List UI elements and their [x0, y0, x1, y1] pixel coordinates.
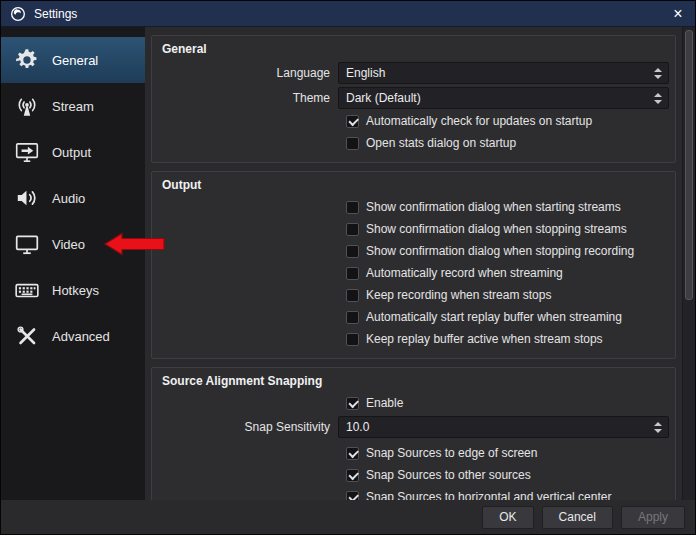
- sidebar-item-stream[interactable]: Stream: [1, 83, 145, 129]
- checkbox-row-confirm-stop-stream[interactable]: Show confirmation dialog when stopping s…: [346, 220, 669, 238]
- broadcast-icon: [13, 92, 41, 120]
- group-title: General: [158, 40, 669, 62]
- checkbox-row-confirm-stop-recording[interactable]: Show confirmation dialog when stopping r…: [346, 242, 669, 260]
- checkbox-label: Enable: [366, 396, 403, 410]
- spinner-arrows-icon[interactable]: [652, 417, 664, 437]
- sidebar-item-output[interactable]: Output: [1, 129, 145, 175]
- sidebar-item-label: Stream: [52, 99, 94, 114]
- checkbox-label: Snap Sources to other sources: [366, 468, 531, 482]
- language-value: English: [346, 66, 385, 80]
- speaker-icon: [13, 184, 41, 212]
- keyboard-icon: [13, 276, 41, 304]
- sidebar-item-label: Advanced: [52, 329, 110, 344]
- obs-logo-icon: [10, 6, 26, 22]
- checkbox-label: Show confirmation dialog when stopping r…: [366, 244, 634, 258]
- checkbox-label: Show confirmation dialog when starting s…: [366, 200, 621, 214]
- sidebar-item-label: Hotkeys: [52, 283, 99, 298]
- language-row: Language English: [158, 62, 669, 84]
- group-snapping: Source Alignment Snapping Enable Snap Se…: [151, 367, 676, 500]
- snap-sensitivity-label: Snap Sensitivity: [158, 420, 338, 434]
- checkbox[interactable]: [346, 469, 359, 482]
- checkbox-row-open-stats[interactable]: Open stats dialog on startup: [346, 134, 669, 152]
- monitor-icon: [13, 230, 41, 258]
- checkbox-label: Automatically record when streaming: [366, 266, 563, 280]
- checkbox-row-keep-recording[interactable]: Keep recording when stream stops: [346, 286, 669, 304]
- vertical-scrollbar[interactable]: [682, 27, 695, 500]
- sidebar-item-advanced[interactable]: Advanced: [1, 313, 145, 359]
- checkbox[interactable]: [346, 245, 359, 258]
- sidebar-item-label: Audio: [52, 191, 85, 206]
- checkbox[interactable]: [346, 137, 359, 150]
- tools-icon: [13, 322, 41, 350]
- checkbox-row-snap-sources[interactable]: Snap Sources to other sources: [346, 466, 669, 484]
- checkbox-row-auto-replay-buffer[interactable]: Automatically start replay buffer when s…: [346, 308, 669, 326]
- snap-sensitivity-input[interactable]: [346, 420, 646, 434]
- checkbox-row-snap-center[interactable]: Snap Sources to horizontal and vertical …: [346, 488, 669, 500]
- checkbox[interactable]: [346, 115, 359, 128]
- settings-panel: General Language English Theme Dark (Def…: [145, 27, 695, 500]
- sidebar-item-audio[interactable]: Audio: [1, 175, 145, 221]
- checkbox-label: Snap Sources to edge of screen: [366, 446, 537, 460]
- checkbox-row-confirm-start-stream[interactable]: Show confirmation dialog when starting s…: [346, 198, 669, 216]
- checkbox-label: Keep recording when stream stops: [366, 288, 551, 302]
- snap-sensitivity-spinbox[interactable]: [338, 416, 669, 438]
- cancel-button[interactable]: Cancel: [542, 506, 613, 529]
- dropdown-arrows-icon: [652, 63, 664, 83]
- theme-select[interactable]: Dark (Default): [338, 87, 669, 109]
- checkbox[interactable]: [346, 267, 359, 280]
- checkbox[interactable]: [346, 201, 359, 214]
- group-general: General Language English Theme Dark (Def…: [151, 35, 676, 163]
- checkbox[interactable]: [346, 333, 359, 346]
- sidebar-item-label: Video: [52, 237, 85, 252]
- settings-window: Settings × General: [0, 0, 696, 535]
- ok-button[interactable]: OK: [482, 506, 533, 529]
- scrollbar-handle[interactable]: [685, 30, 693, 300]
- checkbox-label: Snap Sources to horizontal and vertical …: [366, 490, 611, 500]
- settings-sidebar: General Stream: [1, 27, 145, 500]
- checkbox[interactable]: [346, 311, 359, 324]
- checkbox-row-keep-replay-buffer[interactable]: Keep replay buffer active when stream st…: [346, 330, 669, 348]
- checkbox-label: Open stats dialog on startup: [366, 136, 516, 150]
- window-title: Settings: [34, 7, 77, 21]
- group-title: Output: [158, 176, 669, 198]
- checkbox[interactable]: [346, 223, 359, 236]
- checkbox-label: Keep replay buffer active when stream st…: [366, 332, 603, 346]
- apply-button[interactable]: Apply: [621, 506, 685, 529]
- checkbox-label: Automatically start replay buffer when s…: [366, 310, 622, 324]
- theme-row: Theme Dark (Default): [158, 87, 669, 109]
- dialog-footer: OK Cancel Apply: [1, 500, 695, 534]
- language-select[interactable]: English: [338, 62, 669, 84]
- checkbox-row-auto-update[interactable]: Automatically check for updates on start…: [346, 112, 669, 130]
- dropdown-arrows-icon: [652, 88, 664, 108]
- sidebar-item-video[interactable]: Video: [1, 221, 145, 267]
- checkbox[interactable]: [346, 397, 359, 410]
- group-title: Source Alignment Snapping: [158, 372, 669, 394]
- checkbox-label: Show confirmation dialog when stopping s…: [366, 222, 627, 236]
- checkbox[interactable]: [346, 447, 359, 460]
- checkbox[interactable]: [346, 491, 359, 501]
- snap-sensitivity-row: Snap Sensitivity: [158, 416, 669, 438]
- checkbox-row-auto-record[interactable]: Automatically record when streaming: [346, 264, 669, 282]
- checkbox-row-snap-edge[interactable]: Snap Sources to edge of screen: [346, 444, 669, 462]
- output-monitor-icon: [13, 138, 41, 166]
- close-button[interactable]: ×: [661, 1, 695, 26]
- theme-value: Dark (Default): [346, 91, 421, 105]
- sidebar-item-general[interactable]: General: [1, 37, 145, 83]
- sidebar-item-hotkeys[interactable]: Hotkeys: [1, 267, 145, 313]
- gear-icon: [13, 46, 41, 74]
- titlebar: Settings ×: [1, 1, 695, 27]
- group-output: Output Show confirmation dialog when sta…: [151, 171, 676, 359]
- checkbox-row-snapping-enable[interactable]: Enable: [346, 394, 669, 412]
- language-label: Language: [158, 66, 338, 80]
- dialog-body: General Stream: [1, 27, 695, 500]
- checkbox-label: Automatically check for updates on start…: [366, 114, 592, 128]
- sidebar-item-label: General: [52, 53, 98, 68]
- theme-label: Theme: [158, 91, 338, 105]
- settings-scroll-area: General Language English Theme Dark (Def…: [145, 27, 682, 500]
- sidebar-item-label: Output: [52, 145, 91, 160]
- checkbox[interactable]: [346, 289, 359, 302]
